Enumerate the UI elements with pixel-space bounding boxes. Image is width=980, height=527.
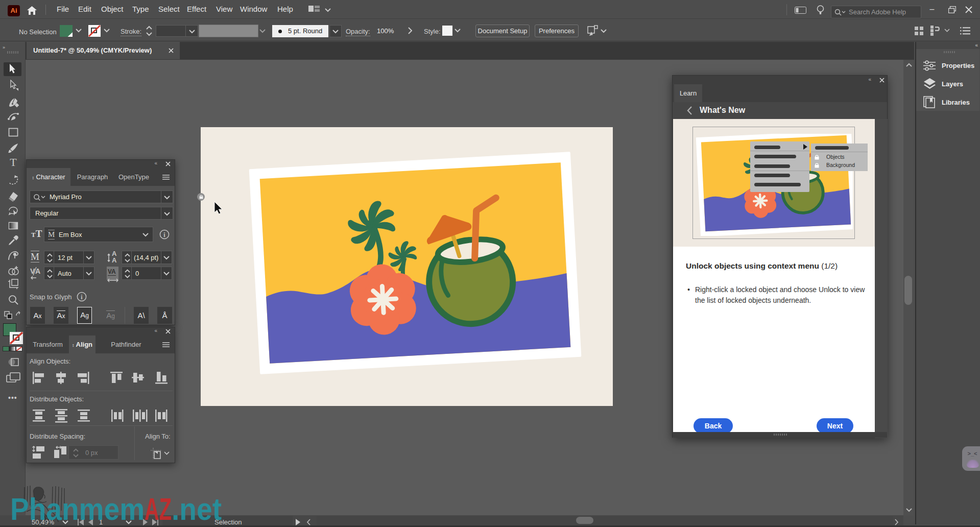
svg-text:T: T (10, 157, 17, 168)
svg-text:i: i (81, 294, 83, 301)
svg-text:A: A (112, 256, 117, 264)
svg-text:i: i (163, 231, 165, 238)
